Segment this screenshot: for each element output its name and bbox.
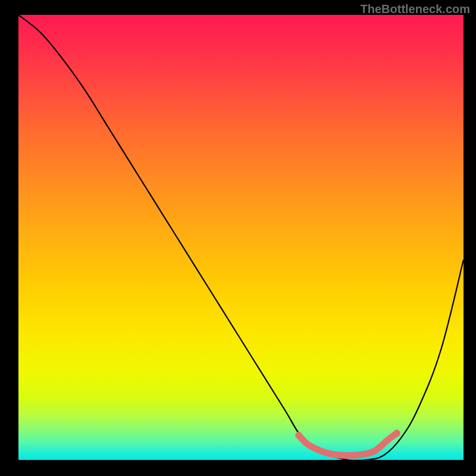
sweet-spot-band [299,433,397,455]
chart-plot-area [18,15,464,460]
sweet-spot-dot-left [295,432,302,439]
sweet-spot-dot-right [393,430,400,437]
chart-svg [18,15,464,460]
watermark-text: TheBottleneck.com [361,2,470,16]
bottleneck-curve-line [18,15,464,460]
